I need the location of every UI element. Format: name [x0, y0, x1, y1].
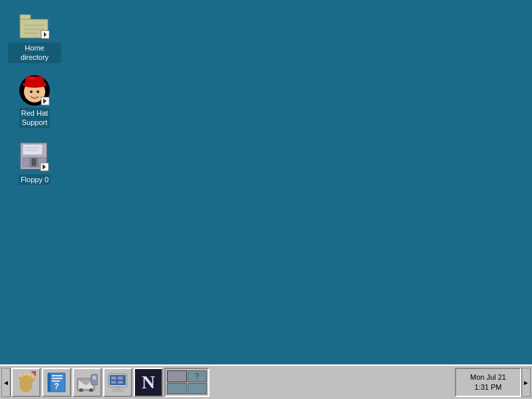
svg-rect-38 — [48, 373, 51, 392]
gnome-foot-icon — [16, 371, 36, 394]
mail-icon — [76, 373, 98, 392]
svg-rect-57 — [112, 390, 123, 392]
taskbar-icons: ? — [11, 368, 455, 397]
help-icon: ? — [47, 372, 66, 393]
floppy-svg — [19, 142, 50, 172]
workspace-switcher[interactable]: ? — [164, 368, 209, 397]
svg-rect-54 — [111, 381, 116, 384]
clock-text: Mon Jul 21 1:31 PM — [470, 372, 506, 393]
svg-rect-22 — [32, 159, 36, 166]
svg-rect-55 — [118, 381, 123, 384]
netscape-n-label: N — [142, 373, 155, 392]
svg-rect-52 — [111, 376, 116, 380]
mail-button[interactable] — [72, 368, 102, 397]
home-directory-icon[interactable]: Home directory — [8, 9, 61, 63]
svg-rect-40 — [52, 378, 63, 379]
svg-rect-56 — [116, 387, 120, 390]
help-button[interactable]: ? — [42, 368, 71, 397]
desktop: Home directory — [0, 0, 532, 364]
home-directory-label: Home directory — [8, 43, 61, 63]
svg-text:?: ? — [54, 382, 59, 391]
clock: Mon Jul 21 1:31 PM — [455, 368, 521, 397]
redhat-support-icon[interactable]: Red Hat Support — [8, 74, 61, 128]
svg-marker-36 — [31, 371, 36, 376]
taskbar: ◄ — [0, 364, 532, 399]
floppy-icon[interactable]: Floppy 0 — [8, 141, 61, 185]
svg-point-33 — [24, 373, 27, 376]
redhat-support-image — [19, 74, 51, 106]
redhat-svg — [19, 74, 51, 106]
workspace-2[interactable]: ? — [188, 370, 207, 382]
svg-point-34 — [28, 374, 31, 376]
clock-date: Mon Jul 21 — [470, 373, 506, 381]
workspace-1[interactable] — [167, 370, 187, 382]
svg-point-32 — [20, 374, 23, 377]
control-panel-button[interactable] — [103, 368, 132, 397]
svg-rect-17 — [23, 144, 43, 155]
redhat-support-label: Red Hat Support — [19, 108, 50, 128]
svg-rect-39 — [52, 375, 63, 376]
home-directory-image — [19, 9, 51, 41]
svg-point-12 — [30, 90, 33, 93]
clock-time: 1:31 PM — [475, 383, 502, 391]
taskbar-scroll-right[interactable]: ► — [521, 368, 531, 397]
netscape-button[interactable]: N — [134, 368, 163, 397]
taskbar-scroll-left[interactable]: ◄ — [1, 368, 11, 397]
svg-point-35 — [31, 376, 34, 378]
control-panel-icon — [107, 372, 128, 392]
floppy-label: Floppy 0 — [19, 174, 51, 185]
folder-svg — [19, 11, 51, 40]
gnome-menu-button[interactable] — [11, 368, 41, 397]
svg-point-11 — [28, 77, 36, 80]
floppy-image — [19, 141, 51, 173]
svg-rect-49 — [92, 376, 96, 380]
workspace-3[interactable] — [167, 383, 187, 395]
svg-rect-53 — [118, 376, 123, 380]
workspace-4[interactable] — [188, 383, 207, 395]
svg-point-13 — [37, 90, 39, 93]
